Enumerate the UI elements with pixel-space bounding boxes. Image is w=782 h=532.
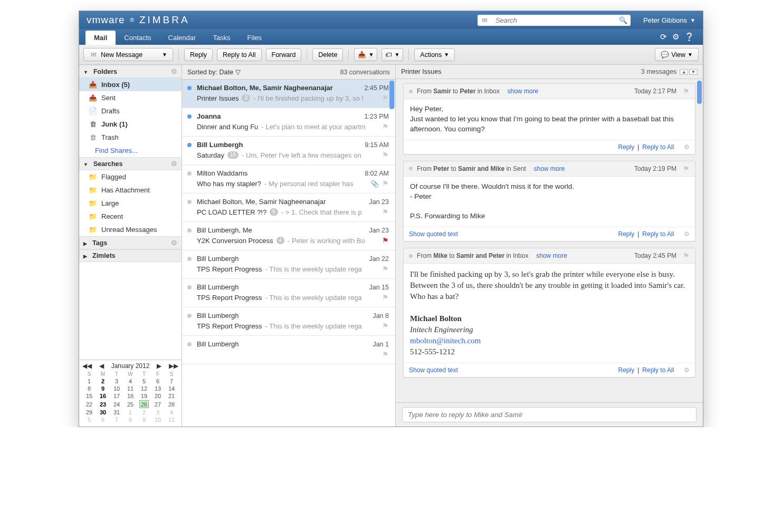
tab-tasks[interactable]: Tasks [204,31,239,45]
folder-trash[interactable]: 🗑Trash [79,131,182,144]
new-message-button[interactable]: ✉New Message ▼ [83,48,173,61]
gear-icon[interactable]: ⚙ [171,160,177,168]
gear-icon[interactable]: ⚙ [684,230,690,238]
calendar-day[interactable]: 2 [96,378,110,385]
quick-reply-input[interactable] [402,407,697,422]
calendar-day[interactable]: 19 [137,392,151,400]
folder-drafts[interactable]: 📄Drafts [79,104,182,118]
forward-button[interactable]: Forward [266,49,302,61]
tab-contacts[interactable]: Contacts [116,31,159,45]
show-more-link[interactable]: show more [536,252,567,259]
actions-button[interactable]: Actions ▼ [414,49,455,61]
flag-icon[interactable]: ⚑ [382,322,389,330]
scrollbar-thumb[interactable] [697,81,702,104]
sort-arrow-icon[interactable]: ▽ [235,68,241,76]
show-quoted-link[interactable]: Show quoted text [409,230,458,238]
calendar-day[interactable]: 10 [151,416,165,423]
reply-link[interactable]: Reply [618,143,634,151]
calendar-day[interactable]: 12 [137,385,151,392]
saved-search-item[interactable]: 📁Recent [79,210,182,223]
calendar-day[interactable]: 14 [165,385,178,392]
reply-all-button[interactable]: Reply to All [217,49,262,61]
sort-label[interactable]: Sorted by: Date [187,69,233,76]
gear-icon[interactable]: ⚙ [171,67,177,75]
show-more-link[interactable]: show more [507,88,538,95]
calendar-day[interactable]: 28 [165,400,178,409]
flag-icon[interactable]: ⚑ [382,265,389,273]
calendar-day[interactable]: 5 [137,378,151,385]
message-item[interactable]: Milton Waddams8:02 AMWho has my stapler?… [182,165,395,194]
flag-icon[interactable]: ⚑ [382,94,389,102]
calendar-day[interactable]: 11 [123,385,137,392]
mail-icon[interactable]: ✉ [481,16,489,24]
next-month-button[interactable]: ▶ [157,362,161,370]
scrollbar-thumb[interactable] [389,81,394,109]
message-item[interactable]: Michael Bolton, Me, Samir Nagheenanajar2… [182,80,395,108]
calendar-day[interactable]: 27 [151,400,165,409]
flag-icon[interactable]: ⚑ [683,87,690,95]
tab-mail[interactable]: Mail [85,31,116,45]
message-item[interactable]: Michael Bolton, Me, Samir NagheenanajarJ… [182,194,395,222]
flag-icon[interactable]: ⚑ [382,208,389,216]
signature-email[interactable]: mbolton@initech.com [410,336,481,345]
flag-icon[interactable]: ⚑ [382,179,389,188]
search-icon[interactable]: 🔍 [619,16,627,24]
calendar-day[interactable]: 17 [110,392,123,400]
find-shares-link[interactable]: Find Shares... [79,144,182,157]
folder-junk[interactable]: 🗑Junk (1) [79,118,182,131]
reply-link[interactable]: Reply [618,366,634,374]
search-scope-caret[interactable]: ▼ [489,17,494,23]
zimlets-header[interactable]: Zimlets [79,249,182,262]
reply-link[interactable]: Reply [618,230,634,238]
user-menu[interactable]: Peter Gibbons ▼ [643,16,695,24]
next-year-button[interactable]: ▶▶ [169,362,178,370]
delete-button[interactable]: Delete [312,49,343,61]
search-input[interactable] [494,16,619,25]
calendar-day[interactable]: 15 [82,392,96,400]
message-item[interactable]: Bill LumberghJan 15TPS Report Progress- … [182,279,395,307]
reply-button[interactable]: Reply [184,49,213,61]
calendar-day[interactable]: 23 [96,400,110,409]
reply-all-link[interactable]: Reply to All [642,230,674,238]
calendar-day[interactable]: 25 [123,400,137,409]
calendar-day[interactable]: 6 [151,378,165,385]
calendar-day[interactable]: 2 [137,409,151,416]
searches-header[interactable]: Searches ⚙ [79,157,182,170]
message-item[interactable]: Bill LumberghJan 8TPS Report Progress- T… [182,307,395,336]
flag-icon[interactable]: ⚑ [382,236,389,245]
next-msg-button[interactable]: ▼ [689,69,698,75]
calendar-day[interactable]: 1 [82,378,96,385]
flag-icon[interactable]: ⚑ [683,252,690,260]
calendar-day[interactable]: 7 [110,416,123,423]
message-item[interactable]: Bill LumberghJan 1⚑ [182,336,395,364]
prev-msg-button[interactable]: ▲ [680,69,688,75]
calendar-day[interactable]: 21 [165,392,178,400]
tags-header[interactable]: Tags ⚙ [79,236,182,249]
calendar-day[interactable]: 24 [110,400,123,409]
move-button[interactable]: 📥▼ [354,48,377,61]
calendar-day[interactable]: 16 [96,392,110,400]
message-item[interactable]: Joanna1:23 PMDinner and Kung Fu- Let's p… [182,108,395,137]
calendar-day[interactable]: 5 [82,416,96,423]
prev-month-button[interactable]: ◀ [99,362,104,370]
message-item[interactable]: Bill Lumbergh, MeJan 23Y2K Conversion Pr… [182,222,395,250]
tab-calendar[interactable]: Calendar [160,31,205,45]
calendar-day[interactable]: 9 [96,385,110,392]
calendar-day[interactable]: 7 [165,378,178,385]
help-icon[interactable]: ❔ [684,32,694,42]
calendar-day[interactable]: 3 [110,378,123,385]
calendar-day[interactable]: 31 [110,409,123,416]
gear-icon[interactable]: ⚙ [684,143,690,151]
flag-icon[interactable]: ⚑ [382,151,389,159]
show-more-link[interactable]: show more [533,165,565,172]
gear-icon[interactable]: ⚙ [684,366,690,374]
tab-files[interactable]: Files [239,31,270,45]
calendar-day[interactable]: 6 [96,416,110,423]
flag-icon[interactable]: ⚑ [382,293,389,302]
calendar-day[interactable]: 20 [151,392,165,400]
calendar-day[interactable]: 1 [123,409,137,416]
reply-all-link[interactable]: Reply to All [642,143,674,151]
folder-inbox[interactable]: 📥Inbox (5) [79,78,182,91]
calendar-day[interactable]: 8 [123,416,137,423]
view-button[interactable]: 💬View ▼ [655,48,699,61]
